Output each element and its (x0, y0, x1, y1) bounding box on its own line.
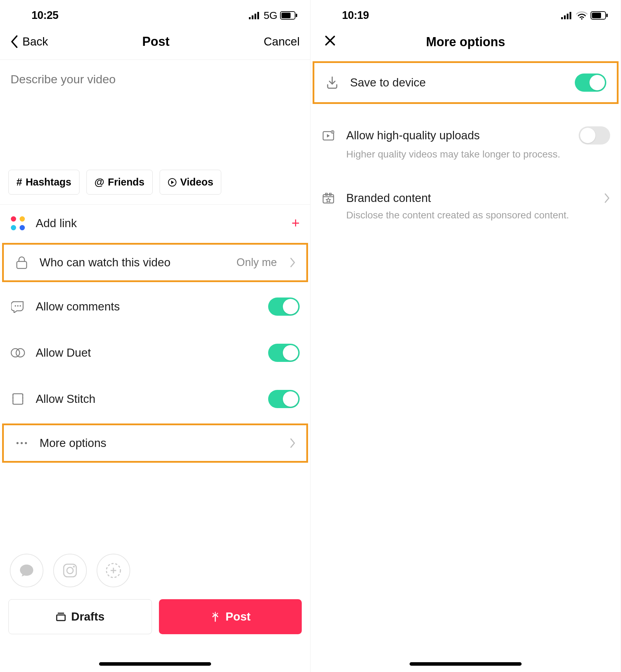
svg-point-14 (16, 349, 25, 357)
home-indicator (410, 662, 522, 666)
svg-rect-6 (296, 14, 297, 17)
status-icons: 5G (249, 9, 298, 21)
add-link-row[interactable]: Add link + (0, 205, 310, 241)
hq-uploads-toggle[interactable] (579, 126, 610, 145)
svg-rect-35 (567, 14, 568, 19)
status-time: 10:19 (342, 9, 369, 22)
signal-icon (249, 12, 261, 19)
save-to-device-toggle[interactable] (575, 74, 606, 92)
svg-point-18 (16, 442, 19, 444)
svg-rect-39 (592, 13, 601, 18)
row-label: Save to device (350, 76, 564, 89)
post-button[interactable]: Post (159, 599, 302, 634)
drafts-icon (56, 612, 66, 622)
friends-chip[interactable]: @ Friends (86, 170, 153, 195)
svg-point-37 (581, 18, 582, 20)
more-icon (15, 441, 28, 445)
svg-rect-15 (13, 394, 23, 404)
status-icons (561, 11, 608, 20)
row-label: Allow comments (36, 300, 258, 313)
allow-comments-toggle[interactable] (268, 298, 300, 316)
back-label: Back (22, 35, 48, 48)
chevron-right-icon (605, 193, 610, 203)
close-button[interactable] (321, 34, 339, 49)
chip-label: Videos (180, 176, 214, 188)
chevron-right-icon (290, 258, 296, 267)
svg-rect-34 (564, 15, 566, 19)
hashtags-chip[interactable]: # Hashtags (8, 170, 79, 195)
post-screen: 10:25 5G Back Post Cancel # Hashtags @ F… (0, 0, 310, 672)
row-label: Add link (36, 217, 281, 230)
duet-icon (11, 348, 25, 358)
row-label: Who can watch this video (40, 256, 226, 269)
back-button[interactable]: Back (11, 35, 48, 48)
row-label: Allow high-quality uploads (346, 129, 568, 142)
wifi-icon (576, 11, 588, 20)
svg-point-11 (17, 305, 19, 307)
row-label: More options (40, 436, 280, 450)
share-chat-button[interactable] (10, 554, 43, 587)
instagram-icon (62, 562, 78, 579)
svg-rect-40 (606, 14, 608, 17)
svg-rect-2 (254, 14, 256, 19)
share-instagram-button[interactable] (53, 554, 87, 587)
svg-point-19 (21, 442, 23, 444)
allow-duet-toggle[interactable] (268, 344, 300, 362)
stitch-icon (12, 393, 24, 405)
network-label: 5G (264, 9, 277, 21)
page-title: Post (142, 34, 169, 49)
allow-comments-row: Allow comments (0, 284, 310, 330)
svg-rect-1 (252, 15, 253, 19)
close-icon (325, 35, 336, 46)
row-value: Only me (237, 256, 277, 269)
svg-line-32 (217, 613, 218, 614)
svg-point-13 (11, 349, 20, 357)
story-plus-icon (105, 562, 122, 579)
signal-icon (561, 12, 573, 19)
svg-rect-27 (57, 615, 65, 621)
page-title: More options (426, 35, 505, 49)
row-label: Branded content (346, 191, 594, 205)
chevron-right-icon (290, 438, 296, 448)
privacy-row[interactable]: Who can watch this video Only me (2, 243, 308, 282)
description-input[interactable] (0, 60, 310, 170)
chip-label: Friends (108, 176, 145, 188)
play-circle-icon (168, 178, 177, 187)
battery-icon (280, 11, 298, 20)
svg-rect-3 (257, 12, 259, 19)
drafts-button[interactable]: Drafts (8, 599, 152, 634)
video-upload-icon (322, 130, 335, 141)
save-to-device-row: Save to device (313, 61, 619, 104)
upload-spark-icon (210, 611, 221, 622)
svg-marker-8 (171, 181, 174, 184)
comment-icon (11, 300, 25, 313)
home-indicator (99, 662, 211, 666)
svg-line-31 (213, 613, 214, 614)
chip-label: Hashtags (26, 176, 71, 188)
svg-point-23 (73, 566, 75, 568)
row-label: Allow Stitch (36, 392, 258, 406)
row-label: Allow Duet (36, 346, 258, 359)
cancel-button[interactable]: Cancel (264, 35, 300, 48)
allow-stitch-row: Allow Stitch (0, 376, 310, 422)
svg-rect-9 (17, 261, 27, 268)
plus-icon: + (292, 215, 300, 231)
navbar: Back Post Cancel (0, 28, 310, 60)
hash-icon: # (16, 176, 22, 188)
more-options-screen: 10:19 More options Save to device Allow … (310, 0, 621, 672)
chevron-left-icon (11, 35, 18, 48)
bottom-buttons: Drafts Post (0, 596, 310, 637)
share-story-button[interactable] (97, 554, 130, 587)
allow-stitch-toggle[interactable] (268, 390, 300, 408)
battery-icon (591, 11, 608, 20)
branded-icon (322, 192, 335, 204)
at-icon: @ (95, 176, 104, 188)
button-label: Post (225, 610, 251, 623)
more-options-row[interactable]: More options (2, 424, 308, 463)
svg-point-10 (15, 305, 16, 307)
share-row (0, 545, 310, 596)
videos-chip[interactable]: Videos (160, 170, 222, 195)
svg-marker-53 (326, 198, 330, 202)
download-icon (326, 76, 338, 89)
chip-row: # Hashtags @ Friends Videos (0, 170, 310, 205)
